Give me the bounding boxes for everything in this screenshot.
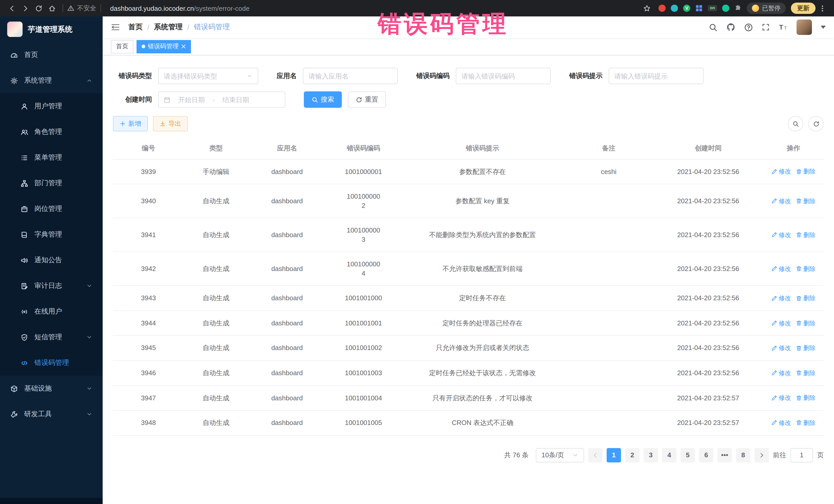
error-hint-input[interactable]: [614, 72, 698, 80]
extension-icon-green[interactable]: [722, 5, 729, 12]
tab-home[interactable]: 首页: [111, 40, 133, 53]
sidebar-item-sms[interactable]: 短信管理: [0, 324, 103, 350]
address-bar[interactable]: dashboard.yudao.iocoder.cn/system/error-…: [110, 4, 640, 12]
delete-link[interactable]: 删除: [796, 394, 815, 402]
caret-down-icon[interactable]: [821, 26, 826, 29]
search-button[interactable]: 搜索: [304, 91, 342, 108]
edit-link[interactable]: 修改: [771, 369, 791, 377]
sidebar-item-departments[interactable]: 部门管理: [0, 170, 103, 196]
edit-link[interactable]: 修改: [771, 294, 791, 302]
fullscreen-icon[interactable]: [762, 23, 770, 31]
delete-link[interactable]: 删除: [796, 167, 815, 176]
edit-link[interactable]: 修改: [771, 344, 791, 352]
edit-link[interactable]: 修改: [771, 231, 791, 239]
paused-profile-pill[interactable]: 已暂停: [747, 3, 786, 14]
extension-icon-vue[interactable]: V: [683, 5, 690, 12]
delete-link[interactable]: 删除: [796, 419, 815, 427]
sidebar-footer-bar[interactable]: [0, 498, 103, 504]
extension-icon-red[interactable]: [658, 5, 666, 12]
error-type-select-input[interactable]: [164, 72, 244, 80]
page-button-4[interactable]: 4: [662, 448, 676, 462]
app-logo[interactable]: 芋道管理系统: [0, 17, 103, 42]
edit-link[interactable]: 修改: [771, 167, 791, 176]
security-indicator[interactable]: 不安全: [67, 4, 96, 13]
end-date-input[interactable]: [218, 96, 254, 104]
page-size-select[interactable]: 10条/页: [536, 448, 584, 462]
close-icon[interactable]: [181, 44, 186, 49]
edit-link[interactable]: 修改: [771, 319, 791, 327]
sidebar-item-error-code[interactable]: 错误码管理: [0, 350, 103, 376]
export-button[interactable]: 导出: [153, 116, 188, 131]
delete-link[interactable]: 删除: [796, 344, 815, 352]
sidebar-item-dev-tools[interactable]: 研发工具: [0, 401, 103, 427]
sidebar-item-home[interactable]: 首页: [0, 42, 103, 68]
page-button-2[interactable]: 2: [625, 448, 639, 462]
cell-app: dashboard: [248, 369, 326, 377]
page-button-5[interactable]: 5: [681, 448, 695, 462]
error-code-field[interactable]: [456, 68, 551, 84]
sidebar-item-notice[interactable]: 通知公告: [0, 247, 103, 273]
forward-button[interactable]: [19, 2, 32, 15]
edit-link[interactable]: 修改: [771, 394, 791, 402]
sidebar-item-infrastructure[interactable]: 基础设施: [0, 376, 103, 401]
reset-button[interactable]: 重置: [348, 91, 386, 108]
delete-link[interactable]: 删除: [796, 369, 815, 377]
browser-menu-button[interactable]: [815, 2, 829, 15]
delete-link[interactable]: 删除: [796, 265, 815, 273]
reload-button[interactable]: [32, 2, 45, 15]
date-range-picker[interactable]: -: [158, 91, 285, 108]
sidebar-item-users[interactable]: 用户管理: [0, 93, 103, 119]
back-button[interactable]: [5, 2, 19, 15]
home-button[interactable]: [45, 2, 59, 15]
sidebar-item-audit-log[interactable]: 审计日志: [0, 273, 103, 299]
goto-page-input[interactable]: [790, 448, 813, 462]
page-button-1[interactable]: 1: [607, 448, 621, 462]
add-button[interactable]: 新增: [113, 116, 148, 131]
sidebar-item-system[interactable]: 系统管理: [0, 68, 103, 93]
page-button-8[interactable]: 8: [736, 448, 750, 462]
toggle-search-button[interactable]: [788, 116, 803, 131]
breadcrumb-system[interactable]: 系统管理: [154, 23, 183, 32]
error-code-input[interactable]: [461, 72, 545, 80]
sidebar-item-dictionary[interactable]: 字典管理: [0, 222, 103, 247]
next-page-button[interactable]: [754, 448, 769, 462]
page-ellipsis-button[interactable]: •••: [718, 448, 732, 462]
sidebar-item-posts[interactable]: 岗位管理: [0, 196, 103, 222]
error-hint-field[interactable]: [609, 68, 704, 84]
sidebar-toggle-button[interactable]: [111, 23, 120, 31]
app-name-field[interactable]: [303, 68, 398, 84]
cell-actions: 修改 删除: [764, 319, 824, 327]
sidebar-item-roles[interactable]: 角色管理: [0, 119, 103, 145]
sidebar-item-online-users[interactable]: 在线用户: [0, 299, 103, 324]
page-button-6[interactable]: 6: [699, 448, 714, 462]
app-name-input[interactable]: [308, 72, 392, 80]
page-button-3[interactable]: 3: [643, 448, 658, 462]
start-date-input[interactable]: [174, 96, 210, 104]
github-icon[interactable]: [726, 23, 736, 32]
extension-icon-grid[interactable]: [696, 5, 703, 12]
edit-link[interactable]: 修改: [771, 265, 791, 273]
extension-icon-on-badge[interactable]: on: [708, 5, 717, 11]
tab-error-code[interactable]: 错误码管理: [136, 40, 191, 53]
bookmark-star-button[interactable]: [640, 2, 653, 15]
delete-link[interactable]: 删除: [796, 197, 815, 205]
delete-link[interactable]: 删除: [796, 319, 815, 327]
delete-link[interactable]: 删除: [796, 231, 815, 239]
help-icon[interactable]: [744, 23, 753, 31]
browser-update-button[interactable]: 更新: [791, 3, 815, 14]
user-avatar[interactable]: [796, 20, 812, 35]
sidebar-item-menus[interactable]: 菜单管理: [0, 145, 103, 170]
delete-link[interactable]: 删除: [796, 294, 815, 302]
edit-link[interactable]: 修改: [771, 197, 791, 205]
breadcrumb-home[interactable]: 首页: [128, 23, 143, 32]
extension-icon-teal[interactable]: [671, 5, 678, 12]
edit-icon: [771, 320, 777, 326]
font-size-icon[interactable]: TT: [778, 23, 788, 31]
edit-link[interactable]: 修改: [771, 419, 791, 427]
search-icon[interactable]: [709, 23, 718, 31]
error-type-select[interactable]: [158, 68, 258, 84]
url-path: /system/error-code: [194, 4, 250, 12]
puzzle-extensions-icon[interactable]: [734, 5, 742, 12]
prev-page-button[interactable]: [588, 448, 602, 462]
refresh-table-button[interactable]: [808, 116, 824, 131]
